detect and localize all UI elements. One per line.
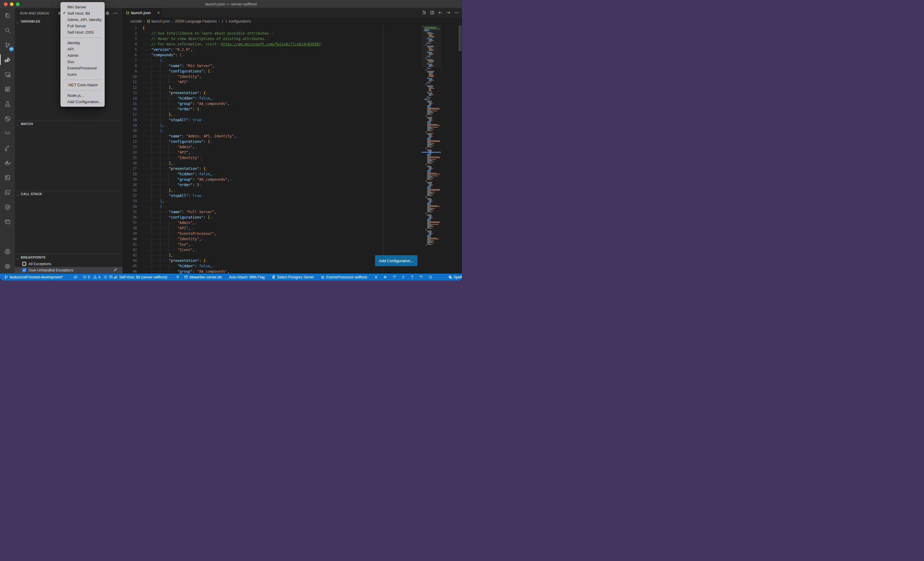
code-line[interactable]: ················"order":·3↓ xyxy=(142,182,202,188)
close-window-button[interactable] xyxy=(4,2,8,6)
line-number[interactable]: 40 xyxy=(122,236,137,242)
breadcrumb-configurations[interactable]: [ ]configurations xyxy=(222,19,251,24)
status-spell-checker[interactable]: Spell xyxy=(448,274,462,280)
activity-docker[interactable] xyxy=(0,156,15,170)
line-number[interactable]: 36 xyxy=(122,215,137,220)
code-line[interactable]: ········{↓ xyxy=(142,58,165,63)
code-line[interactable]: ············"name":·"Full·Server",↓ xyxy=(142,209,219,215)
activity-powershell[interactable] xyxy=(0,185,15,200)
line-number[interactable]: 13 xyxy=(122,90,137,96)
breakpoint-user-unhandled-exceptions[interactable]: User-Unhandled Exceptions xyxy=(15,267,122,273)
line-number[interactable]: 20 xyxy=(122,128,137,133)
line-number[interactable]: 39 xyxy=(122,231,137,236)
line-number[interactable]: 14 xyxy=(122,96,137,101)
line-number[interactable]: 45 xyxy=(122,263,137,269)
code-line[interactable]: ····//·Hover·to·view·descriptions·of·exi… xyxy=(142,36,269,42)
status-continue[interactable] xyxy=(383,274,387,280)
code-line[interactable]: ················"API"↓ xyxy=(142,79,191,85)
line-number[interactable]: 27 xyxy=(122,166,137,171)
line-number[interactable]: 37 xyxy=(122,220,137,226)
line-number[interactable]: 35 xyxy=(122,209,137,215)
code-line[interactable]: ····"compounds":·[↓ xyxy=(142,52,184,58)
edit-pencil-icon[interactable] xyxy=(113,268,118,273)
code-line[interactable]: ················"Identity",↓ xyxy=(142,236,204,242)
minimize-window-button[interactable] xyxy=(10,2,14,6)
line-number[interactable]: 7 xyxy=(122,58,137,63)
line-number[interactable]: 25 xyxy=(122,155,137,160)
activity-run-and-debug[interactable] xyxy=(0,52,15,67)
activity-gitlens[interactable] xyxy=(0,111,15,126)
section-call-stack[interactable]: CALL STACK xyxy=(15,191,122,197)
status-problems[interactable]: 0475 xyxy=(83,274,115,280)
history-icon[interactable] xyxy=(422,10,426,15)
activity-storage[interactable] xyxy=(0,170,15,185)
activity-copilot[interactable] xyxy=(0,126,15,141)
menu-item-eventsprocessor[interactable]: EventsProcessor xyxy=(60,65,105,71)
status-step-into[interactable] xyxy=(401,274,405,280)
code-line[interactable]: ············"configurations":·[↓ xyxy=(142,69,213,74)
code-line[interactable]: ················"API",↓ xyxy=(142,150,193,155)
section-watch[interactable]: WATCH xyxy=(15,121,122,127)
breadcrumb-vscode[interactable]: .vscode xyxy=(129,19,142,24)
code-line[interactable]: ········},↓ xyxy=(142,123,167,128)
code-line[interactable]: ················"order":·1↓ xyxy=(142,106,202,112)
line-number[interactable]: 19 xyxy=(122,123,137,128)
code-line[interactable]: ················"hidden":·false,↓ xyxy=(142,96,215,101)
line-number[interactable]: 24 xyxy=(122,150,137,155)
status-events-processor[interactable]: EventsProcessor-selfhost xyxy=(321,274,367,280)
status-step-out[interactable] xyxy=(410,274,414,280)
line-number[interactable]: 10 xyxy=(122,74,137,79)
line-number[interactable]: 12 xyxy=(122,85,137,90)
status-step-over[interactable] xyxy=(392,274,396,280)
more-actions-icon[interactable] xyxy=(113,11,118,17)
debug-settings-icon[interactable] xyxy=(105,11,110,17)
status-stop[interactable] xyxy=(428,274,432,280)
line-number[interactable]: 18 xyxy=(122,117,137,123)
code-line[interactable]: ············},↓ xyxy=(142,188,176,193)
code-line[interactable]: ················"Icons",↓ xyxy=(142,247,197,253)
line-number[interactable]: 11 xyxy=(122,79,137,85)
line-number[interactable]: 33 xyxy=(122,198,137,204)
line-number[interactable]: 31 xyxy=(122,188,137,193)
status-solution[interactable]: bitwarden-server.sln xyxy=(184,274,222,280)
code-line[interactable]: ················"hidden":·false,↓ xyxy=(142,263,215,269)
activity-search[interactable] xyxy=(0,23,15,37)
status-postgres-server[interactable]: Select Postgres Server xyxy=(272,274,314,280)
line-number[interactable]: 3 xyxy=(122,36,137,42)
code-line[interactable]: ············"name":·"Min·Server",↓ xyxy=(142,63,217,69)
menu-item-self-host-bit[interactable]: ✓Self Host: Bit xyxy=(60,10,105,16)
add-configuration-button[interactable]: Add Configuration... xyxy=(375,255,417,266)
menu-item-sso[interactable]: Sso xyxy=(60,58,105,65)
status-flame[interactable] xyxy=(176,274,180,280)
code-line[interactable]: ················"EventsProcessor",↓ xyxy=(142,231,219,236)
status-debug-status[interactable]: Self Host: Bit (server-selfhost) xyxy=(114,274,167,280)
close-tab-icon[interactable]: × xyxy=(157,10,160,15)
menu-item-self-host-oss[interactable]: Self Host: OSS xyxy=(60,29,105,36)
code-line[interactable]: ············],↓ xyxy=(142,85,176,90)
code-line[interactable]: ············],↓ xyxy=(142,160,176,166)
line-number[interactable]: 30 xyxy=(122,182,137,188)
code-line[interactable]: ················"Admin",↓ xyxy=(142,220,197,226)
checked-checkbox[interactable] xyxy=(22,268,26,272)
line-number[interactable]: 38 xyxy=(122,226,137,231)
menu-item-admin-api-identity[interactable]: Admin, API, Identity xyxy=(60,16,105,23)
activity-postgresql[interactable] xyxy=(0,200,15,214)
breakpoint-all-exceptions[interactable]: All Exceptions xyxy=(15,261,122,267)
code-line[interactable]: ················"group":·"AA_compounds",… xyxy=(142,101,232,106)
line-number[interactable]: 29 xyxy=(122,177,137,182)
code-line[interactable]: ················"Sso",↓ xyxy=(142,242,193,247)
code-line[interactable]: ············"configurations":·[↓ xyxy=(142,215,213,220)
more-actions-icon[interactable] xyxy=(454,10,459,15)
menu-item-full-server[interactable]: Full Server xyxy=(60,23,105,29)
code-line[interactable]: ················"API",↓ xyxy=(142,226,193,231)
line-number[interactable]: 34 xyxy=(122,204,137,209)
code-line[interactable]: ············"presentation":·{↓ xyxy=(142,166,208,171)
scrollbar-thumb[interactable] xyxy=(458,25,462,51)
code-line[interactable]: ····"version":·"0.2.0",↓ xyxy=(142,47,195,52)
code-line[interactable]: ············"configurations":·[↓ xyxy=(142,139,213,144)
code-line[interactable]: ················"group":·"AA_compounds",… xyxy=(142,269,232,274)
menu-item-identity[interactable]: Identity xyxy=(60,40,105,46)
code-line[interactable]: ············"stopAll":·true↓ xyxy=(142,117,204,123)
menu-item-node-js[interactable]: Node.js... xyxy=(60,92,105,99)
line-number[interactable]: 26 xyxy=(122,160,137,166)
